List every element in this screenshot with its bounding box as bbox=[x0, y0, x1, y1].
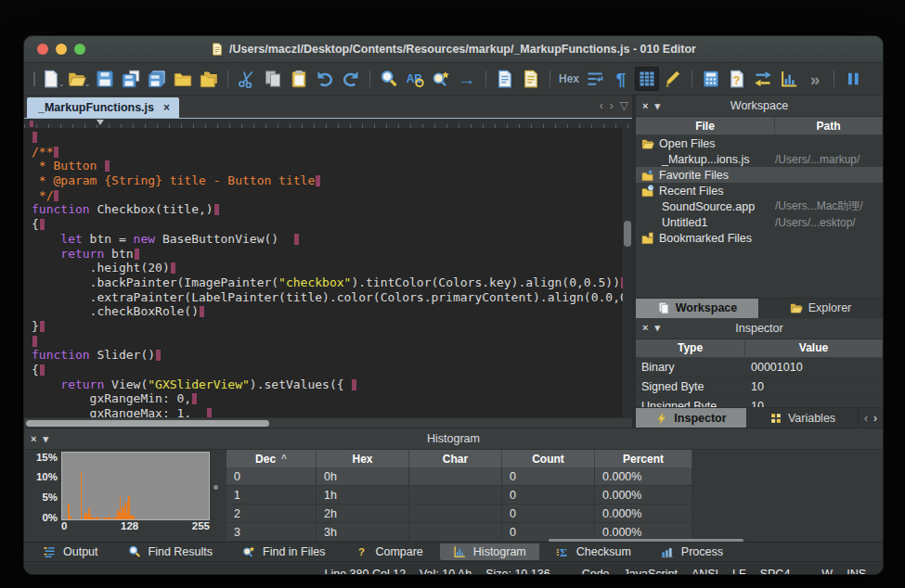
workspace-tree: Open Files_Markup...ions.js/Users/...mar… bbox=[636, 135, 883, 248]
open-file-button[interactable]: ⌄ bbox=[67, 67, 91, 91]
save-as-button[interactable] bbox=[119, 67, 143, 91]
histogram-column-dec[interactable]: Dec^ bbox=[226, 450, 317, 467]
histogram-close-icon[interactable]: × bbox=[31, 433, 36, 445]
tree-item-bookmarked-files[interactable]: Bookmarked Files bbox=[636, 230, 883, 246]
cut-button[interactable] bbox=[235, 67, 259, 91]
tree-item-recent-files[interactable]: Recent Files bbox=[636, 183, 883, 198]
histogram-column-count[interactable]: Count bbox=[502, 450, 595, 467]
paragraph-mark bbox=[192, 393, 197, 404]
code-line: function Checkbox(title,) bbox=[32, 202, 623, 217]
document-icon bbox=[211, 43, 224, 56]
run-script-button[interactable] bbox=[493, 67, 517, 91]
tree-item--markup-ions-js[interactable]: _Markup...ions.js/Users/...markup/ bbox=[636, 151, 883, 167]
save-all-button[interactable] bbox=[145, 67, 169, 91]
open-folder-icon bbox=[174, 70, 192, 88]
histogram-column-char[interactable]: Char bbox=[409, 450, 502, 467]
more-tools-button[interactable]: » bbox=[803, 67, 827, 91]
compare-files-button[interactable] bbox=[725, 67, 749, 91]
inspector-row[interactable]: Binary00001010 bbox=[636, 358, 883, 377]
panel-tabs-back-icon[interactable]: ‹ bbox=[864, 412, 868, 425]
inspector-variables-tabs: Inspector Variables ‹ › bbox=[636, 407, 883, 428]
undo-button[interactable] bbox=[313, 67, 337, 91]
editor-vertical-scrollbar[interactable] bbox=[623, 128, 632, 417]
tab-histogram[interactable]: Histogram bbox=[440, 543, 539, 560]
histogram-row[interactable]: 22h00.000% bbox=[226, 505, 692, 523]
inspector-row[interactable]: Unsigned Byte10 bbox=[636, 397, 883, 408]
open-recent-button[interactable] bbox=[197, 67, 221, 91]
replace-button[interactable] bbox=[403, 67, 427, 91]
chart-plot-area bbox=[61, 452, 210, 520]
histogram-chart: 15%10%5%0% 0128255 bbox=[32, 450, 217, 542]
tree-item-favorite-files[interactable]: Favorite Files bbox=[636, 167, 883, 183]
tab-markupfunctions[interactable]: _MarkupFunctions.js × bbox=[27, 97, 179, 118]
highlight-button[interactable] bbox=[661, 67, 685, 91]
inspector-row[interactable]: Signed Byte10 bbox=[636, 377, 883, 397]
tab-workspace[interactable]: Workspace bbox=[636, 299, 759, 318]
workspace-close-icon[interactable]: × bbox=[642, 100, 648, 112]
workspace-explorer-tabs: Workspace Explorer bbox=[636, 298, 883, 318]
column-header-value[interactable]: Value bbox=[745, 339, 883, 357]
pause-button[interactable] bbox=[841, 67, 865, 91]
tree-item-open-files[interactable]: Open Files bbox=[636, 135, 883, 151]
column-header-path[interactable]: Path bbox=[775, 117, 883, 134]
chart-table-splitter[interactable] bbox=[213, 485, 218, 490]
tab-find-in-files[interactable]: Find in Files bbox=[229, 543, 338, 560]
find-in-files-button[interactable] bbox=[429, 67, 453, 91]
swap-bytes-button[interactable] bbox=[751, 67, 775, 91]
tab-close-icon[interactable]: × bbox=[163, 101, 170, 114]
copy-button[interactable] bbox=[261, 67, 285, 91]
histogram-row[interactable]: 11h00.000% bbox=[226, 486, 692, 505]
run-script-icon bbox=[496, 70, 514, 88]
show-whitespace-button[interactable]: ¶ bbox=[609, 67, 633, 91]
ruler-origin-tick bbox=[30, 121, 33, 127]
inspector-menu-icon[interactable]: ▾ bbox=[654, 322, 660, 334]
calculator-button[interactable] bbox=[699, 67, 723, 91]
goto-button[interactable]: → bbox=[455, 67, 479, 91]
editor-horizontal-scrollbar[interactable] bbox=[24, 417, 632, 428]
tree-item-soundsource-app[interactable]: SoundSource.app/Users...Mac助理/ bbox=[636, 198, 883, 214]
paragraph-mark bbox=[54, 147, 58, 158]
prev-tab-icon[interactable]: ‹ bbox=[600, 99, 603, 112]
histogram-column-percent[interactable]: Percent bbox=[595, 450, 692, 467]
tab-explorer[interactable]: Explorer bbox=[759, 299, 883, 318]
tab-inspector[interactable]: Inspector bbox=[636, 408, 747, 428]
inspector-table: Binary00001010Signed Byte10Unsigned Byte… bbox=[636, 358, 883, 408]
paste-button[interactable] bbox=[287, 67, 311, 91]
histogram-bar bbox=[92, 518, 94, 519]
run-template-button[interactable] bbox=[519, 67, 543, 91]
histogram-row[interactable]: 00h00.000% bbox=[226, 467, 692, 486]
hex-view-button[interactable]: Hex bbox=[557, 67, 581, 91]
histogram-button[interactable] bbox=[777, 67, 801, 91]
histogram-menu-icon[interactable]: ▾ bbox=[43, 433, 48, 445]
save-button[interactable] bbox=[93, 67, 117, 91]
column-mode-button[interactable] bbox=[635, 67, 659, 91]
tab-output[interactable]: Output bbox=[30, 543, 111, 560]
column-mode-icon bbox=[638, 70, 656, 88]
word-wrap-button[interactable] bbox=[583, 67, 607, 91]
tab-variables[interactable]: Variables bbox=[747, 408, 859, 428]
panel-tabs-forward-icon[interactable]: › bbox=[873, 412, 877, 425]
histogram-bar bbox=[70, 517, 71, 519]
tab-compare[interactable]: Compare bbox=[342, 543, 435, 560]
next-tab-icon[interactable]: › bbox=[610, 99, 614, 112]
tab-list-icon[interactable]: ▽ bbox=[620, 99, 628, 112]
column-header-type[interactable]: Type bbox=[636, 339, 745, 357]
sort-ascending-icon: ^ bbox=[281, 454, 287, 464]
save-icon bbox=[96, 70, 114, 88]
workspace-panel-header: × ▾ Workspace bbox=[636, 96, 883, 117]
histogram-column-hex[interactable]: Hex bbox=[317, 450, 409, 467]
open-folder-button[interactable] bbox=[171, 67, 195, 91]
code-line: */ bbox=[32, 188, 623, 203]
tab-checksum[interactable]: Checksum bbox=[543, 543, 644, 560]
find-button[interactable] bbox=[377, 67, 401, 91]
histogram-panel-scrollbar[interactable] bbox=[549, 539, 743, 542]
inspector-close-icon[interactable]: × bbox=[642, 322, 648, 334]
new-file-button[interactable]: ⌄ bbox=[41, 67, 65, 91]
tab-find-results[interactable]: Find Results bbox=[115, 543, 226, 560]
workspace-menu-icon[interactable]: ▾ bbox=[654, 100, 660, 112]
code-area[interactable]: /** * Button * @param {String} title - B… bbox=[24, 128, 623, 417]
tree-item-untitled1[interactable]: Untitled1/Users/...esktop/ bbox=[636, 214, 883, 230]
column-header-file[interactable]: File bbox=[636, 117, 775, 134]
tab-process[interactable]: Process bbox=[648, 543, 736, 560]
redo-button[interactable] bbox=[339, 67, 363, 91]
